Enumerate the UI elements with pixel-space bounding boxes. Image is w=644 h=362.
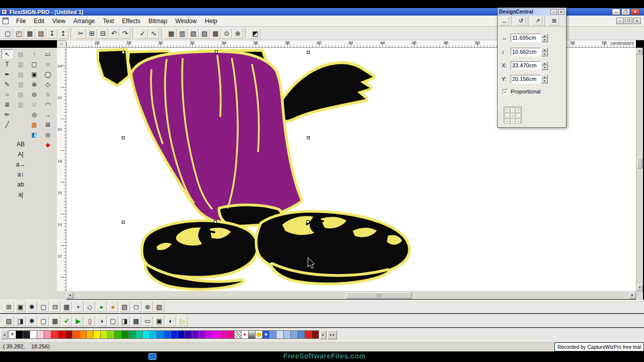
selection-handle[interactable] bbox=[122, 51, 125, 54]
color-swatch[interactable] bbox=[192, 330, 199, 339]
lowercase-pair[interactable]: ab bbox=[15, 179, 26, 189]
color-swatch[interactable]: ✕ bbox=[9, 330, 16, 339]
reference-point[interactable]: ↑ bbox=[510, 108, 515, 113]
arrow-shape-tool[interactable]: → bbox=[42, 110, 53, 119]
pattern-tool[interactable]: ≣ bbox=[2, 100, 13, 109]
color-swatch[interactable] bbox=[164, 330, 171, 339]
color-swatch[interactable] bbox=[234, 330, 242, 339]
align-horizontal[interactable]: ▤ bbox=[15, 49, 26, 59]
reference-point[interactable]: ▪ bbox=[510, 113, 515, 118]
reference-point[interactable]: ↖ bbox=[505, 108, 510, 113]
color-swatch[interactable] bbox=[72, 330, 79, 339]
y-spinner[interactable]: ▲▼ bbox=[541, 75, 548, 83]
menu-window[interactable]: Window bbox=[171, 17, 201, 26]
mdi-restore-button[interactable]: ❐ bbox=[625, 18, 632, 24]
mdi-close-button[interactable]: ✕ bbox=[633, 18, 641, 24]
distribute-rows[interactable]: ▤ bbox=[15, 69, 26, 79]
undo[interactable]: ↶ bbox=[109, 28, 119, 39]
new-layer[interactable]: ▢ bbox=[38, 302, 49, 312]
horizontal-scrollbar[interactable]: ◄ ► bbox=[66, 291, 636, 299]
color-swatch[interactable] bbox=[149, 330, 157, 339]
vertical-scrollbar[interactable]: ▲ ▼ bbox=[636, 48, 643, 291]
scroll-down-button[interactable]: ▼ bbox=[636, 285, 643, 291]
bar-object[interactable]: ▭ bbox=[142, 316, 153, 326]
mask-mode[interactable]: ◨ bbox=[15, 316, 26, 326]
color-swatch[interactable] bbox=[30, 330, 37, 339]
maximize-button[interactable]: ❐ bbox=[621, 9, 630, 15]
open-file[interactable]: ◰ bbox=[14, 28, 24, 39]
color-swatch[interactable] bbox=[128, 330, 136, 339]
width-input[interactable] bbox=[511, 34, 541, 42]
select-tool[interactable]: ↖ bbox=[2, 49, 13, 59]
half-fill-tool[interactable]: ◨ bbox=[119, 316, 130, 326]
zoom-in-tool[interactable]: ⊕ bbox=[29, 79, 40, 89]
half-circle-tool[interactable]: ◐ bbox=[166, 316, 176, 326]
color-swatch[interactable] bbox=[290, 330, 298, 339]
distribute-cols[interactable]: ▥ bbox=[15, 79, 26, 89]
shear-mode[interactable]: ↗ bbox=[533, 17, 542, 26]
proportional-checkbox[interactable]: ✓ bbox=[503, 89, 508, 95]
crosshair[interactable]: + bbox=[73, 302, 84, 312]
color-swatch-tool[interactable]: ◧ bbox=[29, 130, 40, 139]
color-swatch[interactable] bbox=[79, 330, 87, 339]
status-orange[interactable]: ● bbox=[108, 302, 118, 312]
y-position-input[interactable] bbox=[511, 75, 541, 83]
kerning-ab[interactable]: AB bbox=[15, 139, 26, 149]
tracking-horizontal[interactable]: a↔ bbox=[15, 159, 26, 169]
horizontal-scroll-thumb[interactable] bbox=[346, 292, 412, 299]
redo[interactable]: ↷ bbox=[120, 28, 130, 39]
color-swatch[interactable] bbox=[51, 330, 58, 339]
rows-view[interactable]: ▤ bbox=[119, 302, 130, 312]
promote-arrow[interactable]: ↑ bbox=[29, 49, 40, 59]
design-central-titlebar[interactable]: DesignCentral – ✕ bbox=[498, 8, 566, 16]
color-swatch[interactable] bbox=[185, 330, 192, 339]
export[interactable]: ↥ bbox=[58, 28, 68, 39]
selection-handle[interactable] bbox=[307, 51, 310, 54]
freehand-tool[interactable]: ✎ bbox=[2, 79, 13, 89]
color-swatch[interactable] bbox=[121, 330, 129, 339]
pan-hand-tool[interactable]: ☞ bbox=[29, 100, 40, 109]
measure[interactable]: ∿ bbox=[148, 28, 159, 39]
color-swatch[interactable] bbox=[156, 330, 164, 339]
new-document[interactable]: ▢ bbox=[3, 28, 13, 39]
palette-scroll-end-button[interactable]: ►► bbox=[328, 330, 337, 339]
paste[interactable]: ⊟ bbox=[98, 28, 108, 39]
print[interactable]: ▤ bbox=[36, 28, 46, 39]
color-swatch[interactable] bbox=[142, 330, 150, 339]
fill-editor[interactable]: ▣ bbox=[15, 302, 26, 312]
selection-handle[interactable] bbox=[307, 136, 310, 139]
menu-help[interactable]: Help bbox=[201, 17, 221, 26]
bezier-tool[interactable]: ✒ bbox=[2, 69, 13, 79]
color-swatch[interactable] bbox=[16, 330, 23, 339]
x-spinner[interactable]: ▲▼ bbox=[541, 61, 548, 70]
reference-point[interactable]: ↘ bbox=[516, 119, 521, 124]
menu-text[interactable]: Text bbox=[99, 17, 118, 26]
select-mode[interactable]: ▧ bbox=[4, 316, 14, 326]
menu-view[interactable]: View bbox=[48, 17, 69, 26]
filled-object[interactable]: ▣ bbox=[154, 316, 165, 326]
show-fills[interactable]: ▦ bbox=[210, 28, 221, 39]
color-swatch[interactable] bbox=[37, 330, 44, 339]
palette-scroll-right-button[interactable]: ► bbox=[320, 330, 327, 339]
color-swatch[interactable] bbox=[178, 330, 185, 339]
color-swatch[interactable] bbox=[93, 330, 101, 339]
vertical-scroll-thumb[interactable] bbox=[637, 157, 642, 168]
scroll-right-button[interactable]: ► bbox=[629, 292, 636, 299]
color-swatch[interactable] bbox=[86, 330, 94, 339]
sparkle-effect[interactable]: ✱ bbox=[27, 316, 37, 326]
registration-mark-tool[interactable]: ◎ bbox=[42, 130, 53, 139]
color-swatch[interactable] bbox=[44, 330, 51, 339]
menu-arrange[interactable]: Arrange bbox=[69, 17, 99, 26]
page-setup[interactable]: ▢ bbox=[38, 316, 49, 326]
color-swatch[interactable] bbox=[199, 330, 206, 339]
design-central-toggle[interactable]: ⊞ bbox=[4, 302, 14, 312]
color-swatch[interactable] bbox=[255, 330, 263, 339]
merge-objects[interactable]: ⊟ bbox=[50, 302, 60, 312]
reference-point[interactable]: ↗ bbox=[516, 108, 521, 113]
color-swatch[interactable]: + bbox=[241, 330, 249, 339]
color-swatch[interactable] bbox=[311, 330, 319, 339]
mdi-minimize-button[interactable]: – bbox=[616, 18, 624, 24]
dense-grid[interactable]: ▩ bbox=[131, 316, 141, 326]
kerning-cursor[interactable]: A| bbox=[15, 149, 26, 159]
add-object[interactable]: ⊕ bbox=[142, 302, 153, 312]
